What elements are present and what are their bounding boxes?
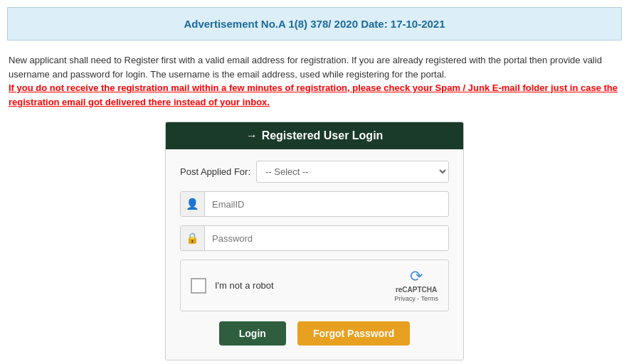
login-header: →Registered User Login <box>166 122 463 149</box>
recaptcha-left: I'm not a robot <box>191 278 274 294</box>
forgot-password-button[interactable]: Forgot Password <box>297 321 410 346</box>
password-field[interactable] <box>205 228 448 249</box>
email-row: 👤 <box>180 191 449 217</box>
recaptcha-icon: ⟳ <box>410 269 423 284</box>
lock-icon: 🔒 <box>181 226 205 250</box>
email-field[interactable] <box>205 194 448 215</box>
spam-warning-text: If you do not receive the registration m… <box>9 81 620 109</box>
post-row: Post Applied For: -- Select -- <box>180 161 449 183</box>
password-row: 🔒 <box>180 225 449 251</box>
recaptcha-right: ⟳ reCAPTCHA Privacy - Terms <box>394 269 438 302</box>
info-section: New applicant shall need to Register fir… <box>0 48 629 113</box>
advertisement-text: Advertisement No.A 1(8) 378/ 2020 Date: … <box>184 18 445 30</box>
post-select[interactable]: -- Select -- <box>256 161 449 183</box>
post-label: Post Applied For: <box>180 166 250 177</box>
recaptcha-box: I'm not a robot ⟳ reCAPTCHA Privacy - Te… <box>180 259 449 311</box>
recaptcha-label: I'm not a robot <box>215 280 274 291</box>
login-button[interactable]: Login <box>219 321 286 346</box>
recaptcha-brand: reCAPTCHA <box>396 286 437 294</box>
login-body: Post Applied For: -- Select -- 👤 🔒 I'm n… <box>166 149 463 360</box>
recaptcha-links: Privacy - Terms <box>394 295 438 302</box>
advertisement-banner: Advertisement No.A 1(8) 378/ 2020 Date: … <box>7 7 622 41</box>
email-input-wrapper: 👤 <box>180 191 449 217</box>
buttons-row: Login Forgot Password <box>180 321 449 346</box>
login-title: Registered User Login <box>262 129 384 141</box>
user-icon: 👤 <box>181 192 205 216</box>
main-info-text: New applicant shall need to Register fir… <box>9 53 620 81</box>
login-container: →Registered User Login Post Applied For:… <box>165 122 464 360</box>
recaptcha-checkbox[interactable] <box>191 278 206 294</box>
login-arrow-icon: → <box>246 129 258 141</box>
password-input-wrapper: 🔒 <box>180 225 449 251</box>
